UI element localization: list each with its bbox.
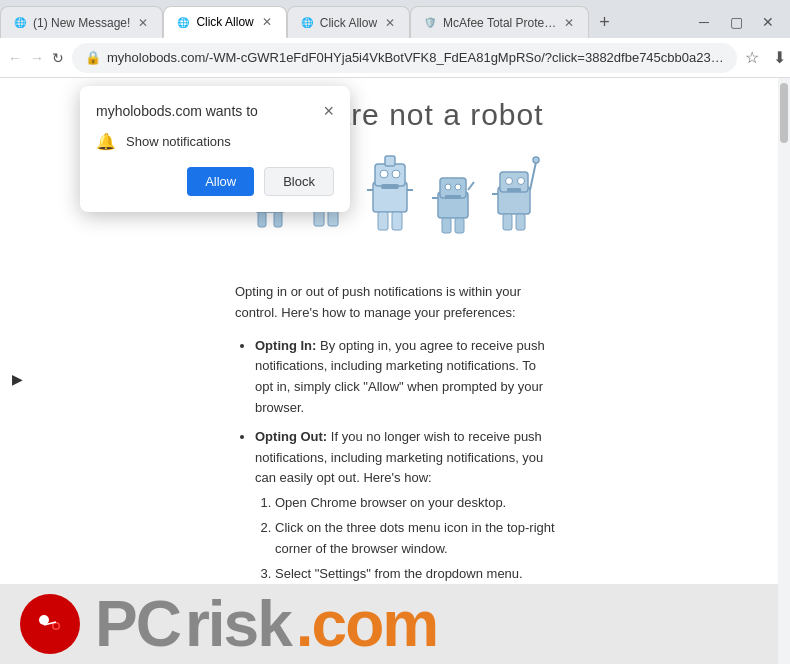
svg-rect-20 (328, 210, 338, 226)
tab-title-3: Click Allow (320, 16, 377, 30)
forward-button[interactable]: → (30, 44, 44, 72)
list-item-opting-in: Opting In: By opting in, you agree to re… (255, 336, 555, 419)
svg-rect-19 (314, 210, 324, 226)
pcrisk-footer: PC risk .com (0, 584, 790, 664)
block-button[interactable]: Block (264, 167, 334, 196)
svg-point-42 (506, 178, 513, 185)
tab-title-2: Click Allow (196, 15, 253, 29)
tab-favicon-1: 🌐 (13, 16, 27, 30)
reload-button[interactable]: ↻ (52, 44, 64, 72)
close-window-button[interactable]: ✕ (756, 10, 780, 34)
svg-rect-7 (258, 212, 266, 227)
svg-rect-29 (378, 212, 388, 230)
tab-favicon-3: 🌐 (300, 16, 314, 30)
tab-title-4: McAfee Total Prote… (443, 16, 556, 30)
pcrisk-logo-circle (20, 594, 80, 654)
pcrisk-logo-svg (30, 604, 70, 644)
address-bar: ← → ↻ 🔒 myholobods.com/-WM-cGWR1eFdF0HYj… (0, 38, 790, 78)
popup-header: myholobods.com wants to × (96, 102, 334, 120)
page-paragraph: Opting in or out of push notifications i… (235, 282, 555, 324)
popup-close-button[interactable]: × (323, 102, 334, 120)
new-tab-button[interactable]: + (589, 12, 620, 33)
opting-in-label: Opting In: (255, 338, 316, 353)
popup-title: myholobods.com wants to (96, 103, 258, 119)
sublist-item-2: Click on the three dots menu icon in the… (275, 518, 555, 560)
svg-rect-48 (503, 214, 512, 230)
content-area: myholobods.com wants to × 🔔 Show notific… (0, 78, 790, 664)
browser-window: 🌐 (1) New Message! ✕ 🌐 Click Allow ✕ 🌐 C… (0, 0, 790, 664)
tab-favicon-2: 🌐 (176, 15, 190, 29)
notification-popup: myholobods.com wants to × 🔔 Show notific… (80, 86, 350, 212)
tab-click-allow-2[interactable]: 🌐 Click Allow ✕ (287, 6, 410, 38)
opting-out-label: Opting Out: (255, 429, 327, 444)
svg-point-34 (455, 184, 461, 190)
risk-text: risk (185, 592, 291, 656)
tab-close-1[interactable]: ✕ (136, 16, 150, 30)
tab-close-2[interactable]: ✕ (260, 15, 274, 29)
svg-rect-44 (507, 188, 521, 192)
back-button[interactable]: ← (8, 44, 22, 72)
scrollbar-thumb[interactable] (780, 83, 788, 143)
sublist-item-3: Select "Settings" from the dropdown menu… (275, 564, 555, 585)
toolbar-icons: ⬇ ⧉ 👤 ⋮ (767, 45, 790, 71)
lock-icon: 🔒 (85, 50, 101, 65)
svg-point-33 (445, 184, 451, 190)
svg-point-43 (518, 178, 525, 185)
popup-notification-row: 🔔 Show notifications (96, 132, 334, 151)
tab-bar: 🌐 (1) New Message! ✕ 🌐 Click Allow ✕ 🌐 C… (0, 0, 790, 38)
allow-button[interactable]: Allow (187, 167, 254, 196)
svg-point-47 (533, 157, 539, 163)
svg-rect-8 (274, 212, 282, 227)
svg-line-46 (530, 162, 536, 190)
minimize-button[interactable]: ─ (692, 10, 716, 34)
svg-line-37 (468, 182, 474, 190)
svg-point-25 (392, 170, 400, 178)
url-bar[interactable]: 🔒 myholobods.com/-WM-cGWR1eFdF0HYja5i4Vk… (72, 43, 737, 73)
svg-rect-23 (385, 156, 395, 166)
pcrisk-logo-text: PC risk .com (95, 592, 437, 656)
window-controls: ─ ▢ ✕ (692, 10, 790, 34)
svg-rect-30 (392, 212, 402, 230)
popup-notification-label: Show notifications (126, 134, 231, 149)
pc-text: PC (95, 592, 180, 656)
svg-rect-22 (375, 164, 405, 186)
svg-rect-49 (516, 214, 525, 230)
mouse-cursor: ▶ (12, 371, 20, 383)
dotcom-text: .com (296, 592, 437, 656)
tab-close-3[interactable]: ✕ (383, 16, 397, 30)
tab-title-1: (1) New Message! (33, 16, 130, 30)
maximize-button[interactable]: ▢ (724, 10, 748, 34)
svg-point-24 (380, 170, 388, 178)
tab-favicon-4: 🛡️ (423, 16, 437, 30)
tab-new-message[interactable]: 🌐 (1) New Message! ✕ (0, 6, 163, 38)
svg-point-53 (54, 624, 59, 629)
bell-icon: 🔔 (96, 132, 116, 151)
url-text: myholobods.com/-WM-cGWR1eFdF0HYja5i4VkBo… (107, 50, 724, 65)
svg-rect-39 (455, 218, 464, 233)
tab-mcafee[interactable]: 🛡️ McAfee Total Prote… ✕ (410, 6, 589, 38)
popup-action-buttons: Allow Block (96, 167, 334, 196)
scrollbar[interactable] (778, 78, 790, 664)
bookmark-button[interactable]: ☆ (745, 48, 759, 67)
sublist-item-1: Open Chrome browser on your desktop. (275, 493, 555, 514)
tab-close-4[interactable]: ✕ (562, 16, 576, 30)
svg-rect-26 (381, 184, 399, 189)
download-button[interactable]: ⬇ (767, 45, 790, 71)
tab-click-allow-active[interactable]: 🌐 Click Allow ✕ (163, 6, 286, 38)
svg-rect-35 (445, 195, 461, 199)
svg-rect-38 (442, 218, 451, 233)
